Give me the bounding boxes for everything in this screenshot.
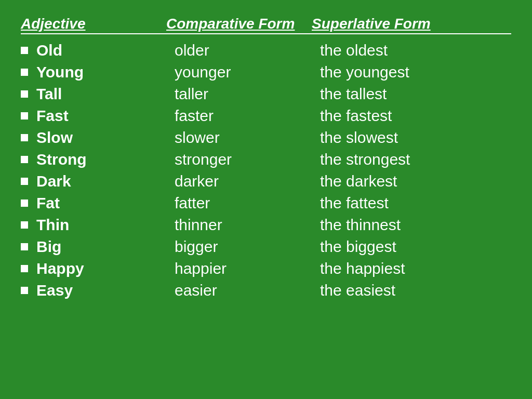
bullet-icon	[21, 69, 28, 76]
adjective-cell: Easy	[36, 282, 175, 299]
adjective-cell: Fat	[36, 194, 175, 212]
comparative-cell: taller	[175, 85, 320, 103]
superlative-cell: the biggest	[320, 238, 396, 256]
table-row: Happyhappierthe happiest	[21, 258, 511, 280]
comparative-cell: easier	[175, 282, 320, 299]
superlative-cell: the oldest	[320, 42, 388, 59]
superlative-cell: the happiest	[320, 260, 405, 277]
comparative-cell: happier	[175, 260, 320, 277]
comparative-cell: bigger	[175, 238, 320, 256]
bullet-icon	[21, 134, 28, 141]
superlative-cell: the tallest	[320, 85, 387, 103]
bullet-icon	[21, 265, 28, 272]
superlative-cell: the fattest	[320, 194, 389, 212]
table-row: Oldolderthe oldest	[21, 39, 511, 61]
superlative-cell: the slowest	[320, 129, 398, 147]
superlative-cell: the thinnest	[320, 216, 401, 234]
comparative-cell: fatter	[175, 194, 320, 212]
bullet-icon	[21, 200, 28, 207]
adjective-cell: Dark	[36, 172, 175, 190]
table-row: Darkdarkerthe darkest	[21, 170, 511, 192]
table-row: Youngyoungerthe youngest	[21, 61, 511, 83]
adjective-cell: Tall	[36, 85, 175, 103]
comparative-cell: slower	[175, 129, 320, 147]
bullet-icon	[21, 156, 28, 163]
bullet-icon	[21, 243, 28, 250]
comparative-cell: older	[175, 42, 320, 59]
adjective-cell: Big	[36, 238, 175, 256]
table-row: Bigbiggerthe biggest	[21, 236, 511, 258]
adjective-cell: Thin	[36, 216, 175, 234]
bullet-icon	[21, 178, 28, 185]
comparative-cell: darker	[175, 172, 320, 190]
superlative-cell: the youngest	[320, 63, 409, 81]
superlative-cell: the fastest	[320, 107, 392, 125]
bullet-icon	[21, 221, 28, 229]
table-row: Talltallerthe tallest	[21, 83, 511, 105]
bullet-icon	[21, 112, 28, 119]
header-comparative: Comparative Form	[166, 16, 312, 32]
table-row: Fastfasterthe fastest	[21, 105, 511, 127]
header-adjective: Adjective	[21, 16, 166, 32]
word-list: Oldolderthe oldestYoungyoungerthe younge…	[21, 39, 511, 301]
comparative-cell: faster	[175, 107, 320, 125]
comparative-cell: thinner	[175, 216, 320, 234]
table-row: Slowslowerthe slowest	[21, 127, 511, 149]
adjective-cell: Happy	[36, 260, 175, 277]
superlative-cell: the easiest	[320, 282, 395, 299]
header-superlative: Superlative Form	[312, 16, 431, 32]
main-container: Adjective Comparative Form Superlative F…	[0, 0, 532, 317]
comparative-cell: stronger	[175, 151, 320, 168]
bullet-icon	[21, 90, 28, 98]
adjective-cell: Fast	[36, 107, 175, 125]
table-row: Fatfatterthe fattest	[21, 192, 511, 214]
superlative-cell: the darkest	[320, 172, 397, 190]
table-header: Adjective Comparative Form Superlative F…	[21, 16, 511, 34]
adjective-cell: Strong	[36, 151, 175, 168]
bullet-icon	[21, 287, 28, 294]
adjective-cell: Old	[36, 42, 175, 59]
bullet-icon	[21, 47, 28, 54]
table-row: Thinthinnerthe thinnest	[21, 214, 511, 236]
superlative-cell: the strongest	[320, 151, 410, 168]
table-row: Strongstrongerthe strongest	[21, 149, 511, 170]
comparative-cell: younger	[175, 63, 320, 81]
adjective-cell: Young	[36, 63, 175, 81]
adjective-cell: Slow	[36, 129, 175, 147]
table-row: Easyeasierthe easiest	[21, 280, 511, 301]
